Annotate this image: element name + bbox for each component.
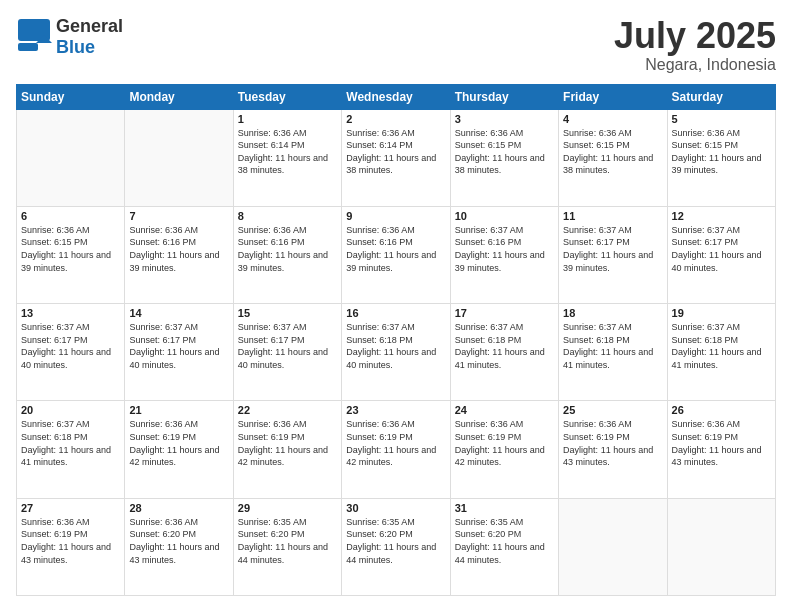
day-info: Sunrise: 6:35 AM Sunset: 6:20 PM Dayligh… (455, 516, 554, 566)
day-number: 15 (238, 307, 337, 319)
table-row: 14Sunrise: 6:37 AM Sunset: 6:17 PM Dayli… (125, 304, 233, 401)
col-friday: Friday (559, 84, 667, 109)
logo-text: General Blue (56, 16, 123, 58)
logo-blue: Blue (56, 37, 95, 57)
subtitle: Negara, Indonesia (614, 56, 776, 74)
day-number: 25 (563, 404, 662, 416)
table-row: 9Sunrise: 6:36 AM Sunset: 6:16 PM Daylig… (342, 206, 450, 303)
table-row: 6Sunrise: 6:36 AM Sunset: 6:15 PM Daylig… (17, 206, 125, 303)
day-number: 16 (346, 307, 445, 319)
day-number: 12 (672, 210, 771, 222)
day-info: Sunrise: 6:36 AM Sunset: 6:16 PM Dayligh… (346, 224, 445, 274)
header: General Blue July 2025 Negara, Indonesia (16, 16, 776, 74)
day-number: 22 (238, 404, 337, 416)
day-number: 29 (238, 502, 337, 514)
col-tuesday: Tuesday (233, 84, 341, 109)
table-row (667, 498, 775, 595)
table-row: 28Sunrise: 6:36 AM Sunset: 6:20 PM Dayli… (125, 498, 233, 595)
day-number: 30 (346, 502, 445, 514)
day-number: 6 (21, 210, 120, 222)
day-info: Sunrise: 6:36 AM Sunset: 6:15 PM Dayligh… (455, 127, 554, 177)
table-row: 4Sunrise: 6:36 AM Sunset: 6:15 PM Daylig… (559, 109, 667, 206)
day-number: 28 (129, 502, 228, 514)
table-row: 7Sunrise: 6:36 AM Sunset: 6:16 PM Daylig… (125, 206, 233, 303)
table-row: 5Sunrise: 6:36 AM Sunset: 6:15 PM Daylig… (667, 109, 775, 206)
day-number: 18 (563, 307, 662, 319)
table-row (17, 109, 125, 206)
table-row: 26Sunrise: 6:36 AM Sunset: 6:19 PM Dayli… (667, 401, 775, 498)
day-info: Sunrise: 6:37 AM Sunset: 6:17 PM Dayligh… (21, 321, 120, 371)
day-info: Sunrise: 6:36 AM Sunset: 6:19 PM Dayligh… (238, 418, 337, 468)
day-number: 7 (129, 210, 228, 222)
table-row (559, 498, 667, 595)
day-info: Sunrise: 6:37 AM Sunset: 6:18 PM Dayligh… (346, 321, 445, 371)
day-number: 31 (455, 502, 554, 514)
day-info: Sunrise: 6:36 AM Sunset: 6:19 PM Dayligh… (672, 418, 771, 468)
logo-icon (16, 17, 52, 57)
calendar-header-row: Sunday Monday Tuesday Wednesday Thursday… (17, 84, 776, 109)
svg-rect-2 (18, 43, 38, 51)
day-number: 27 (21, 502, 120, 514)
day-number: 2 (346, 113, 445, 125)
table-row: 29Sunrise: 6:35 AM Sunset: 6:20 PM Dayli… (233, 498, 341, 595)
calendar-table: Sunday Monday Tuesday Wednesday Thursday… (16, 84, 776, 596)
table-row: 22Sunrise: 6:36 AM Sunset: 6:19 PM Dayli… (233, 401, 341, 498)
table-row: 10Sunrise: 6:37 AM Sunset: 6:16 PM Dayli… (450, 206, 558, 303)
day-info: Sunrise: 6:37 AM Sunset: 6:18 PM Dayligh… (672, 321, 771, 371)
col-saturday: Saturday (667, 84, 775, 109)
table-row: 1Sunrise: 6:36 AM Sunset: 6:14 PM Daylig… (233, 109, 341, 206)
table-row (125, 109, 233, 206)
day-info: Sunrise: 6:36 AM Sunset: 6:14 PM Dayligh… (346, 127, 445, 177)
day-info: Sunrise: 6:37 AM Sunset: 6:18 PM Dayligh… (563, 321, 662, 371)
day-info: Sunrise: 6:37 AM Sunset: 6:17 PM Dayligh… (563, 224, 662, 274)
col-sunday: Sunday (17, 84, 125, 109)
table-row: 15Sunrise: 6:37 AM Sunset: 6:17 PM Dayli… (233, 304, 341, 401)
table-row: 17Sunrise: 6:37 AM Sunset: 6:18 PM Dayli… (450, 304, 558, 401)
table-row: 31Sunrise: 6:35 AM Sunset: 6:20 PM Dayli… (450, 498, 558, 595)
day-number: 20 (21, 404, 120, 416)
day-info: Sunrise: 6:36 AM Sunset: 6:19 PM Dayligh… (563, 418, 662, 468)
day-number: 17 (455, 307, 554, 319)
day-number: 4 (563, 113, 662, 125)
day-info: Sunrise: 6:36 AM Sunset: 6:19 PM Dayligh… (455, 418, 554, 468)
day-info: Sunrise: 6:36 AM Sunset: 6:14 PM Dayligh… (238, 127, 337, 177)
day-number: 13 (21, 307, 120, 319)
day-info: Sunrise: 6:37 AM Sunset: 6:18 PM Dayligh… (21, 418, 120, 468)
day-number: 21 (129, 404, 228, 416)
table-row: 20Sunrise: 6:37 AM Sunset: 6:18 PM Dayli… (17, 401, 125, 498)
logo: General Blue (16, 16, 123, 58)
table-row: 12Sunrise: 6:37 AM Sunset: 6:17 PM Dayli… (667, 206, 775, 303)
day-number: 24 (455, 404, 554, 416)
day-info: Sunrise: 6:37 AM Sunset: 6:17 PM Dayligh… (238, 321, 337, 371)
day-info: Sunrise: 6:37 AM Sunset: 6:17 PM Dayligh… (129, 321, 228, 371)
table-row: 23Sunrise: 6:36 AM Sunset: 6:19 PM Dayli… (342, 401, 450, 498)
day-number: 23 (346, 404, 445, 416)
col-monday: Monday (125, 84, 233, 109)
day-info: Sunrise: 6:36 AM Sunset: 6:15 PM Dayligh… (21, 224, 120, 274)
day-info: Sunrise: 6:36 AM Sunset: 6:16 PM Dayligh… (129, 224, 228, 274)
table-row: 18Sunrise: 6:37 AM Sunset: 6:18 PM Dayli… (559, 304, 667, 401)
day-info: Sunrise: 6:36 AM Sunset: 6:16 PM Dayligh… (238, 224, 337, 274)
title-block: July 2025 Negara, Indonesia (614, 16, 776, 74)
day-info: Sunrise: 6:35 AM Sunset: 6:20 PM Dayligh… (346, 516, 445, 566)
table-row: 25Sunrise: 6:36 AM Sunset: 6:19 PM Dayli… (559, 401, 667, 498)
day-number: 11 (563, 210, 662, 222)
day-info: Sunrise: 6:36 AM Sunset: 6:19 PM Dayligh… (346, 418, 445, 468)
day-number: 9 (346, 210, 445, 222)
table-row: 3Sunrise: 6:36 AM Sunset: 6:15 PM Daylig… (450, 109, 558, 206)
day-info: Sunrise: 6:36 AM Sunset: 6:19 PM Dayligh… (129, 418, 228, 468)
day-info: Sunrise: 6:36 AM Sunset: 6:20 PM Dayligh… (129, 516, 228, 566)
logo-general: General (56, 16, 123, 36)
table-row: 30Sunrise: 6:35 AM Sunset: 6:20 PM Dayli… (342, 498, 450, 595)
col-wednesday: Wednesday (342, 84, 450, 109)
day-number: 26 (672, 404, 771, 416)
day-number: 14 (129, 307, 228, 319)
day-info: Sunrise: 6:37 AM Sunset: 6:17 PM Dayligh… (672, 224, 771, 274)
table-row: 8Sunrise: 6:36 AM Sunset: 6:16 PM Daylig… (233, 206, 341, 303)
day-number: 19 (672, 307, 771, 319)
table-row: 13Sunrise: 6:37 AM Sunset: 6:17 PM Dayli… (17, 304, 125, 401)
day-number: 8 (238, 210, 337, 222)
table-row: 27Sunrise: 6:36 AM Sunset: 6:19 PM Dayli… (17, 498, 125, 595)
table-row: 24Sunrise: 6:36 AM Sunset: 6:19 PM Dayli… (450, 401, 558, 498)
page: General Blue July 2025 Negara, Indonesia… (0, 0, 792, 612)
